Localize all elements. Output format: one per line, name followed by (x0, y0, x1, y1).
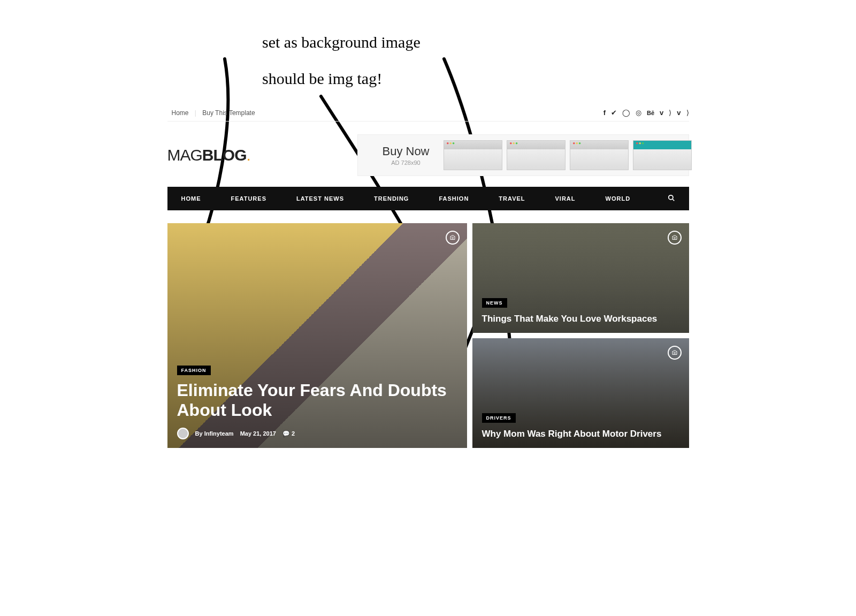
featured-side-1-title: Things That Make You Love Workspaces (482, 313, 679, 324)
comment-count[interactable]: 💬 2 (282, 430, 295, 437)
featured-side-2-title: Why Mom Was Right About Motor Drivers (482, 428, 679, 439)
vimeo-icon[interactable]: v (660, 109, 663, 117)
svg-point-4 (674, 352, 675, 354)
top-link-buy[interactable]: Buy This Template (198, 109, 259, 117)
ad-thumb (570, 140, 629, 170)
nav-fashion[interactable]: FASHION (439, 195, 484, 202)
main-nav: HOME FEATURES LATEST NEWS TRENDING FASHI… (167, 187, 689, 210)
nav-viral[interactable]: VIRAL (555, 195, 591, 202)
nav-features[interactable]: FEATURES (231, 195, 281, 202)
svg-line-1 (672, 199, 674, 201)
author-by: By Infinyteam (195, 430, 234, 437)
nav-world[interactable]: WORLD (606, 195, 646, 202)
featured-main-title: Eliminate Your Fears And Doubts About Lo… (177, 381, 457, 420)
annotation-text-2: should be img tag! (262, 70, 382, 88)
svg-point-3 (674, 237, 675, 239)
featured-grid: FASHION Eliminate Your Fears And Doubts … (167, 223, 689, 448)
camera-icon (668, 346, 682, 360)
ad-banner[interactable]: Buy Now AD 728x90 (357, 134, 689, 176)
search-icon[interactable] (668, 194, 675, 203)
featured-side-card-1[interactable]: NEWS Things That Make You Love Workspace… (472, 223, 689, 333)
category-tag[interactable]: FASHION (177, 366, 211, 375)
social-icons: f ✔ ◯ ◎ Bē v ⟩ v ⟩ (603, 109, 689, 117)
category-tag[interactable]: NEWS (482, 298, 507, 308)
nav-latest-news[interactable]: LATEST NEWS (296, 195, 359, 202)
ad-thumb (507, 140, 565, 170)
featured-side-card-2[interactable]: DRIVERS Why Mom Was Right About Motor Dr… (472, 338, 689, 448)
top-link-home[interactable]: Home (167, 109, 193, 117)
category-tag[interactable]: DRIVERS (482, 413, 516, 423)
vimeo-icon-2[interactable]: v (677, 109, 681, 117)
ad-thumb (444, 140, 502, 170)
logo-dot: . (247, 146, 250, 164)
featured-main-card[interactable]: FASHION Eliminate Your Fears And Doubts … (167, 223, 467, 448)
instagram-icon[interactable]: ◎ (636, 109, 641, 117)
ad-title: Buy Now (369, 145, 444, 158)
annotation-text-1: set as background image (262, 33, 421, 51)
nav-travel[interactable]: TRAVEL (499, 195, 540, 202)
rss-icon-2[interactable]: ⟩ (686, 109, 689, 117)
rss-icon[interactable]: ⟩ (669, 109, 671, 117)
svg-point-2 (452, 237, 453, 239)
twitter-icon[interactable]: ✔ (611, 109, 617, 117)
ad-subtitle: AD 728x90 (369, 159, 444, 166)
ad-thumbnails (444, 140, 692, 170)
logo-part-1: MAG (167, 146, 202, 164)
behance-icon[interactable]: Bē (647, 110, 654, 116)
author-avatar (177, 428, 189, 439)
svg-point-0 (668, 195, 672, 199)
post-meta: By Infinyteam May 21, 2017 💬 2 (177, 428, 457, 439)
circle-icon[interactable]: ◯ (622, 109, 630, 117)
separator: | (195, 109, 196, 117)
facebook-icon[interactable]: f (603, 109, 606, 117)
camera-icon (668, 231, 682, 245)
post-date: May 21, 2017 (240, 430, 276, 437)
top-bar: Home | Buy This Template f ✔ ◯ ◎ Bē v ⟩ … (167, 104, 689, 121)
nav-trending[interactable]: TRENDING (374, 195, 424, 202)
nav-home[interactable]: HOME (181, 195, 216, 202)
logo-part-2: BLOG (202, 146, 247, 164)
camera-icon (446, 231, 460, 245)
ad-thumb (633, 140, 692, 170)
site-logo[interactable]: MAGBLOG. (167, 146, 250, 164)
header: MAGBLOG. Buy Now AD 728x90 (167, 121, 689, 187)
top-links: Home | Buy This Template (167, 109, 259, 117)
